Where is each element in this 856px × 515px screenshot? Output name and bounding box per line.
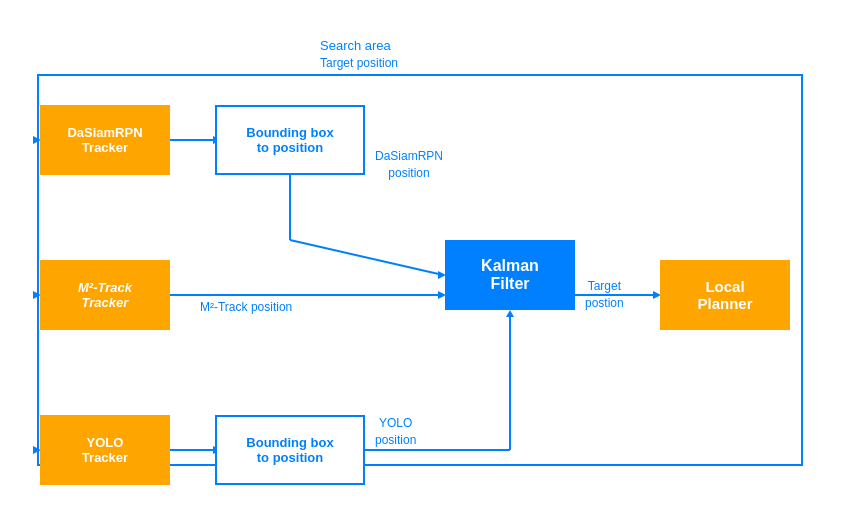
bounding-box-top: Bounding boxto position [215,105,365,175]
target-postion-label: Targetpostion [585,278,624,312]
m2track-position-label: M²-Track position [200,300,292,314]
yolo-tracker-box: YOLOTracker [40,415,170,485]
local-planner-box: LocalPlanner [660,260,790,330]
svg-line-4 [290,240,443,275]
diagram: Search area Target position DaSiamRPNTra… [0,0,856,515]
svg-marker-14 [506,310,514,317]
search-area-label: Search area [320,38,391,53]
dasiamrpn-position-label: DaSiamRPNposition [375,148,443,182]
bounding-box-bottom: Bounding boxto position [215,415,365,485]
target-position-top-label: Target position [320,56,398,70]
dasiamrpn-tracker-box: DaSiamRPNTracker [40,105,170,175]
yolo-position-label: YOLOposition [375,415,416,449]
m2track-tracker-box: M²-TrackTracker [40,260,170,330]
kalman-filter-box: KalmanFilter [445,240,575,310]
